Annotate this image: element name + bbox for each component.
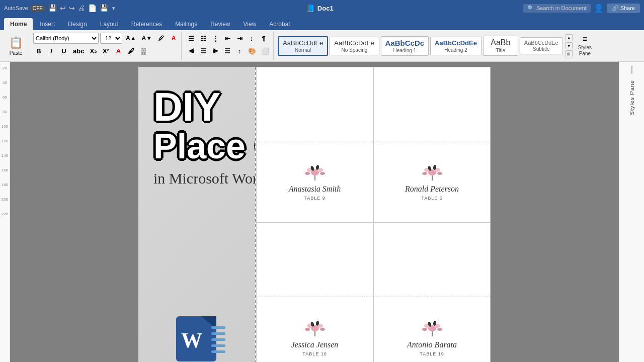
- highlight-btn[interactable]: A: [168, 33, 179, 44]
- numbering-btn[interactable]: ☷: [198, 33, 209, 44]
- share-button[interactable]: 🔗 Share: [607, 4, 640, 13]
- border-btn[interactable]: ⬜: [259, 45, 271, 56]
- card-3-name: Jessica Jensen: [291, 340, 339, 349]
- show-hide-btn[interactable]: ¶: [258, 33, 269, 44]
- floral-deco-2: [417, 162, 447, 183]
- svg-rect-8: [211, 350, 225, 353]
- underline-btn[interactable]: U: [58, 45, 69, 56]
- save-icon[interactable]: 💾: [48, 4, 57, 12]
- undo-icon[interactable]: ↩: [60, 4, 66, 12]
- line-spacing-btn[interactable]: ↕: [234, 45, 245, 56]
- place-card-2-bottom: Ronald Peterson TABLE 5: [374, 141, 490, 223]
- card-2-name: Ronald Peterson: [405, 185, 459, 194]
- search-placeholder: Search in Document: [536, 5, 587, 11]
- align-right-btn[interactable]: ⫸: [210, 45, 221, 56]
- subscript-btn[interactable]: X₂: [88, 45, 99, 56]
- doc-name: Doc1: [317, 5, 334, 12]
- increase-font-btn[interactable]: A▲: [124, 33, 138, 44]
- tab-references[interactable]: References: [125, 18, 168, 30]
- justify-btn[interactable]: ☰: [222, 45, 233, 56]
- svg-point-28: [305, 328, 310, 331]
- main-area: 20 40 60 80 100 120 140 160 180 200 220 …: [0, 62, 644, 362]
- search-box[interactable]: 🔍 Search in Document: [523, 4, 591, 13]
- svg-point-12: [305, 172, 310, 175]
- clear-format-btn[interactable]: 🖊: [155, 33, 167, 44]
- paste-button[interactable]: 📋 Paste: [5, 34, 27, 58]
- title-bar-center: 📘 Doc1: [306, 4, 334, 12]
- place-card-1: Anastasia Smith TABLE 9: [256, 67, 373, 223]
- style-normal[interactable]: AaBbCcDdEe Normal: [278, 36, 328, 56]
- user-icon[interactable]: 👤: [594, 4, 604, 13]
- style-no-spacing[interactable]: AaBbCcDdEe No Spacing: [330, 37, 379, 55]
- tab-mailings[interactable]: Mailings: [169, 18, 203, 30]
- style-subtitle[interactable]: AaBbCcDdEe Subtitle: [520, 37, 563, 54]
- style-subtitle-preview: AaBbCcDdEe: [524, 40, 558, 46]
- ruler-tick-220: 220: [2, 212, 8, 216]
- align-left-btn[interactable]: ⫷: [186, 45, 197, 56]
- shading-btn[interactable]: 🎨: [246, 45, 258, 56]
- autosave-label: AutoSave: [4, 5, 28, 11]
- styles-panel-label: Styles Pane: [629, 80, 635, 115]
- ms-word-subtitle: in Microsoft Word: [153, 170, 265, 187]
- char-shading-btn[interactable]: ▒: [138, 45, 149, 56]
- style-no-spacing-preview: AaBbCcDdEe: [334, 39, 374, 47]
- styles-scroll-down[interactable]: ▼: [566, 42, 573, 49]
- tab-view[interactable]: View: [237, 18, 263, 30]
- ruler-tick-140: 140: [2, 153, 8, 158]
- svg-point-29: [320, 328, 325, 331]
- decrease-indent-btn[interactable]: ⇤: [222, 33, 233, 44]
- decrease-font-btn[interactable]: A▼: [140, 33, 154, 44]
- align-center-btn[interactable]: ☰: [198, 45, 209, 56]
- superscript-btn[interactable]: X²: [100, 45, 111, 56]
- ruler-tick-60: 60: [3, 95, 7, 100]
- style-heading1-preview: AaBbCcDc: [385, 39, 425, 47]
- svg-text:W: W: [181, 329, 202, 352]
- ruler-tick-160: 160: [2, 168, 8, 172]
- redo-icon[interactable]: ↪: [69, 4, 75, 12]
- svg-point-13: [320, 172, 325, 175]
- style-subtitle-label: Subtitle: [533, 46, 549, 52]
- ribbon: Home Insert Design Layout References Mai…: [0, 16, 644, 62]
- title-bar: AutoSave OFF 💾 ↩ ↪ 🖨 📄 💾 ▼ 📘 Doc1 🔍 Sear…: [0, 0, 644, 16]
- tab-review[interactable]: Review: [204, 18, 236, 30]
- font-size-select[interactable]: 12: [100, 33, 122, 44]
- font-color-btn[interactable]: A: [113, 45, 124, 56]
- print-icon[interactable]: 🖨: [78, 4, 85, 12]
- ruler-tick-80: 80: [3, 110, 7, 114]
- title-bar-right: 🔍 Search in Document 👤 🔗 Share: [523, 4, 640, 13]
- autosave-toggle[interactable]: OFF: [30, 5, 45, 12]
- place-card-1-top: [257, 67, 373, 141]
- increase-indent-btn[interactable]: ⇥: [234, 33, 245, 44]
- doc-page: DIY Place Cards in Microsoft Word: [138, 67, 491, 362]
- bold-btn[interactable]: B: [33, 45, 44, 56]
- style-heading2[interactable]: AaBbCcDdEe Heading 2: [430, 37, 481, 55]
- tab-home[interactable]: Home: [4, 18, 33, 30]
- style-title-preview: AaBb: [491, 38, 510, 47]
- style-normal-preview: AaBbCcDdEe: [283, 39, 323, 47]
- tab-acrobat[interactable]: Acrobat: [263, 18, 296, 30]
- svg-rect-6: [211, 338, 225, 341]
- styles-pane-button[interactable]: ≡ StylesPane: [575, 33, 595, 59]
- tab-layout[interactable]: Layout: [94, 18, 124, 30]
- strikethrough-btn[interactable]: abc: [71, 45, 86, 56]
- styles-group: AaBbCcDdEe Normal AaBbCcDdEe No Spacing …: [276, 32, 641, 60]
- svg-rect-4: [211, 326, 225, 329]
- multilevel-btn[interactable]: ⋮: [210, 33, 221, 44]
- new-doc-icon[interactable]: 📄: [88, 4, 97, 12]
- styles-scroll-up[interactable]: ▲: [566, 34, 573, 41]
- dropdown-arrow-icon[interactable]: ▼: [111, 6, 116, 11]
- styles-expand[interactable]: ⊞: [566, 50, 573, 57]
- font-family-select[interactable]: Calibri (Body): [33, 33, 99, 44]
- place-card-3-bottom: Jessica Jensen TABLE 10: [257, 297, 373, 363]
- tab-insert[interactable]: Insert: [34, 18, 61, 30]
- bullets-btn[interactable]: ☰: [186, 33, 197, 44]
- style-title[interactable]: AaBb Title: [483, 36, 518, 56]
- text-highlight-btn[interactable]: 🖌: [125, 45, 136, 56]
- ruler-tick-120: 120: [2, 139, 8, 143]
- save2-icon[interactable]: 💾: [100, 4, 108, 12]
- style-no-spacing-label: No Spacing: [342, 47, 368, 53]
- style-heading1[interactable]: AaBbCcDc Heading 1: [381, 36, 429, 56]
- italic-btn[interactable]: I: [46, 45, 57, 56]
- sort-btn[interactable]: ↕: [246, 33, 257, 44]
- tab-design[interactable]: Design: [62, 18, 93, 30]
